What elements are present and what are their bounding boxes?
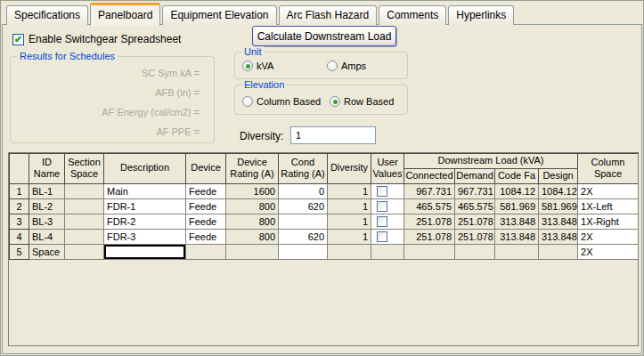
user-values-checkbox[interactable] [377, 216, 387, 227]
cell-column-space[interactable]: 1X-Left [578, 198, 639, 214]
row-number-button[interactable]: 2 [10, 198, 29, 214]
row-number-button[interactable]: 3 [10, 214, 29, 229]
cell-section-space[interactable] [65, 214, 104, 229]
cell-description[interactable]: FDR-3 [104, 229, 186, 244]
afb-in-label: AFB (in) = [155, 87, 200, 98]
cell-device[interactable]: Feede [186, 198, 226, 214]
cell-id-name[interactable]: BL-3 [29, 214, 65, 229]
cell-demand: 967.731 [455, 183, 495, 198]
radio-amps[interactable]: Amps [327, 61, 366, 71]
cell-id-name[interactable]: BL-1 [29, 183, 65, 198]
radio-column-based[interactable]: Column Based [242, 96, 321, 107]
cell-section-space[interactable] [65, 229, 104, 244]
table-row: 2 BL-2 FDR-1 Feede 800 620 1 465.575 465… [10, 198, 639, 214]
user-values-checkbox[interactable] [377, 231, 387, 242]
cell-cond-rating[interactable]: 620 [279, 198, 328, 214]
user-values-checkbox[interactable] [377, 186, 387, 197]
cell-cond-rating[interactable]: 620 [279, 229, 328, 244]
radio-kva[interactable]: kVA [242, 61, 273, 71]
cell-design [539, 244, 578, 259]
cell-device-rating[interactable] [226, 244, 279, 259]
cell-device[interactable]: Feede [186, 183, 226, 198]
header-device-rating: Device Rating (A) [226, 154, 279, 184]
sc-sym-ka-label: SC Sym kA = [142, 68, 200, 78]
cell-device[interactable]: Feede [186, 229, 226, 244]
results-group-title: Results for Schedules [17, 51, 118, 61]
radio-row-based[interactable]: Row Based [330, 96, 394, 107]
radio-button-icon[interactable] [330, 96, 340, 107]
cell-description[interactable]: FDR-2 [104, 214, 186, 229]
cell-demand [455, 244, 495, 259]
cell-device[interactable] [186, 244, 226, 259]
checkbox-box[interactable]: ✔ [12, 34, 24, 45]
cell-user-values[interactable] [371, 214, 404, 229]
check-icon: ✔ [14, 35, 22, 44]
tab-specifications[interactable]: Specifications [6, 5, 88, 25]
cell-description[interactable]: Main [104, 183, 186, 198]
calculate-downstream-load-button[interactable]: Calculate Downstream Load [252, 26, 396, 46]
table-row: 3 BL-3 FDR-2 Feede 800 1 251.078 251.078… [10, 214, 639, 229]
cell-column-space[interactable]: 2X [578, 244, 639, 259]
cell-description[interactable]: FDR-1 [104, 198, 186, 214]
tab-strip: Specifications Panelboard Equipment Elev… [6, 1, 514, 25]
cell-design: 581.969 [539, 198, 578, 214]
cell-cond-rating[interactable] [279, 244, 328, 259]
switchgear-spreadsheet: ID Name Section Space Description Device… [8, 152, 639, 346]
cell-id-name[interactable]: BL-4 [29, 229, 65, 244]
cell-section-space[interactable] [65, 198, 104, 214]
cell-column-space[interactable]: 2X [578, 229, 639, 244]
af-energy-label: AF Energy (cal/cm2) = [102, 107, 200, 117]
cell-diversity[interactable]: 1 [328, 198, 371, 214]
header-column-space: Column Space [578, 154, 639, 184]
cell-description-selected[interactable] [104, 244, 186, 259]
cell-device-rating[interactable]: 800 [226, 198, 279, 214]
cell-user-values[interactable] [371, 183, 404, 198]
radio-button-icon[interactable] [242, 61, 253, 71]
cell-device-rating[interactable]: 800 [226, 214, 279, 229]
cell-device[interactable]: Feede [186, 214, 226, 229]
cell-demand: 251.078 [455, 229, 495, 244]
cell-section-space[interactable] [65, 183, 104, 198]
cell-diversity[interactable] [328, 244, 371, 259]
cell-column-space[interactable]: 1X-Right [578, 214, 639, 229]
header-downstream-load: Downstream Load (kVA) [404, 154, 578, 169]
cell-connected: 251.078 [404, 229, 455, 244]
cell-device-rating[interactable]: 1600 [226, 183, 279, 198]
tab-arc-flash-hazard[interactable]: Arc Flash Hazard [279, 5, 378, 25]
cell-id-name[interactable]: Space [29, 244, 65, 259]
header-id-name: ID Name [29, 154, 65, 184]
tab-panelboard[interactable]: Panelboard [90, 3, 160, 26]
row-number-button[interactable]: 4 [10, 229, 29, 244]
cell-user-values[interactable] [371, 244, 404, 259]
tab-equipment-elevation[interactable]: Equipment Elevation [162, 5, 276, 25]
cell-code-fa: 313.848 [495, 214, 539, 229]
cell-section-space[interactable] [65, 244, 104, 259]
user-values-checkbox[interactable] [377, 201, 387, 212]
tab-comments[interactable]: Comments [379, 5, 446, 25]
diversity-label: Diversity: [240, 130, 283, 142]
header-description: Description [104, 154, 186, 184]
row-number-button[interactable]: 1 [10, 183, 29, 198]
cell-diversity[interactable]: 1 [328, 229, 371, 244]
radio-button-icon[interactable] [327, 61, 338, 71]
tab-hyperlinks[interactable]: Hyperlinks [448, 5, 514, 25]
cell-device-rating[interactable]: 800 [226, 229, 279, 244]
cell-user-values[interactable] [371, 229, 404, 244]
header-design: Design [539, 168, 578, 183]
cell-diversity[interactable]: 1 [328, 183, 371, 198]
enable-switchgear-checkbox[interactable]: ✔ Enable Switchgear Spreadsheet [12, 33, 181, 45]
cell-column-space[interactable]: 2X [578, 183, 639, 198]
diversity-input[interactable] [290, 126, 376, 144]
row-number-button[interactable]: 5 [10, 244, 29, 259]
cell-id-name[interactable]: BL-2 [29, 198, 65, 214]
elevation-group: Elevation Column Based Row Based [234, 85, 408, 115]
cell-cond-rating[interactable] [279, 214, 328, 229]
radio-button-icon[interactable] [242, 96, 253, 107]
cell-user-values[interactable] [371, 198, 404, 214]
cell-code-fa [495, 244, 539, 259]
cell-design: 313.848 [539, 214, 578, 229]
cell-diversity[interactable]: 1 [328, 214, 371, 229]
cell-cond-rating[interactable]: 0 [279, 183, 328, 198]
header-user-values: User Values [371, 154, 404, 184]
radio-column-based-label: Column Based [257, 96, 321, 107]
